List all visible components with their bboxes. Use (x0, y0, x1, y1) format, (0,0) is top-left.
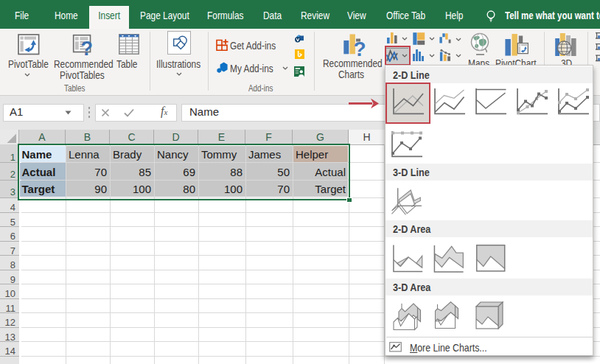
svg-text:?: ? (354, 38, 366, 58)
svg-text:?: ? (81, 38, 94, 57)
